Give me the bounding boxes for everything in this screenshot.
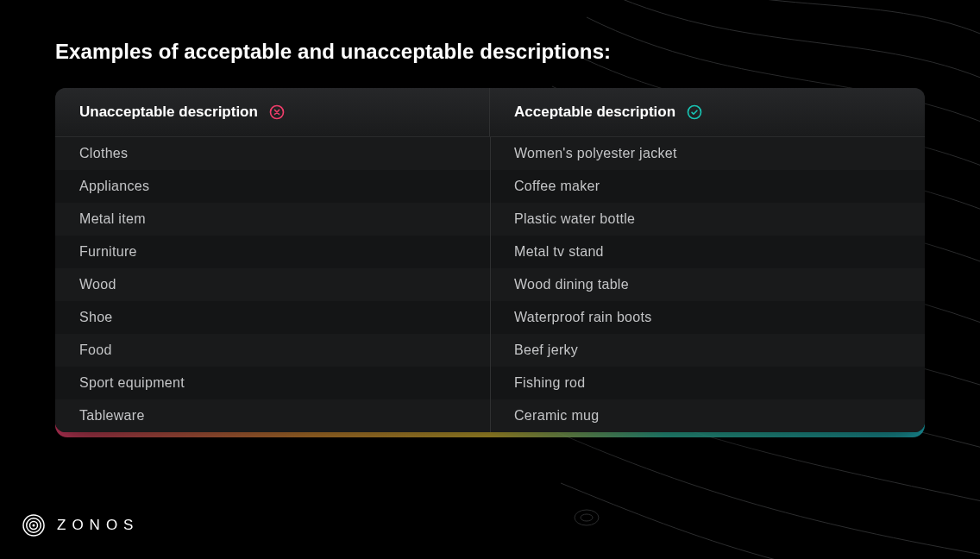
cell-acceptable: Women's polyester jacket <box>490 137 925 170</box>
brand-logo-icon <box>21 512 47 538</box>
column-header-acceptable-label: Acceptable description <box>514 104 675 121</box>
cell-acceptable: Metal tv stand <box>490 236 925 268</box>
cell-unacceptable: Sport equipment <box>55 367 490 399</box>
cell-acceptable: Waterproof rain boots <box>490 301 925 334</box>
cell-acceptable: Coffee maker <box>490 170 925 203</box>
svg-point-1 <box>581 514 593 521</box>
check-circle-icon <box>686 104 703 121</box>
cell-acceptable: Beef jerky <box>490 334 925 367</box>
cell-acceptable: Fishing rod <box>490 367 925 399</box>
svg-point-7 <box>33 524 35 527</box>
cell-unacceptable: Metal item <box>55 203 490 236</box>
svg-point-0 <box>575 510 599 525</box>
cell-acceptable: Plastic water bottle <box>490 203 925 236</box>
cell-unacceptable: Clothes <box>55 137 490 170</box>
column-header-acceptable: Acceptable description <box>490 88 925 136</box>
column-divider <box>490 137 491 432</box>
table-body: Clothes Women's polyester jacket Applian… <box>55 137 925 432</box>
column-header-unacceptable: Unacceptable description <box>55 88 490 136</box>
table-header-row: Unacceptable description Acceptable desc… <box>55 88 925 137</box>
descriptions-card: Unacceptable description Acceptable desc… <box>55 88 925 432</box>
descriptions-card-wrap: Unacceptable description Acceptable desc… <box>55 88 925 432</box>
brand-name: ZONOS <box>57 517 139 534</box>
cell-acceptable: Wood dining table <box>490 268 925 301</box>
cell-acceptable: Ceramic mug <box>490 399 925 432</box>
cell-unacceptable: Wood <box>55 268 490 301</box>
cell-unacceptable: Tableware <box>55 399 490 432</box>
page-title: Examples of acceptable and unacceptable … <box>55 40 980 64</box>
brand-lockup: ZONOS <box>21 512 139 538</box>
cell-unacceptable: Appliances <box>55 170 490 203</box>
cell-unacceptable: Shoe <box>55 301 490 334</box>
cell-unacceptable: Food <box>55 334 490 367</box>
x-circle-icon <box>268 104 286 121</box>
column-header-unacceptable-label: Unacceptable description <box>79 104 258 121</box>
cell-unacceptable: Furniture <box>55 236 490 268</box>
